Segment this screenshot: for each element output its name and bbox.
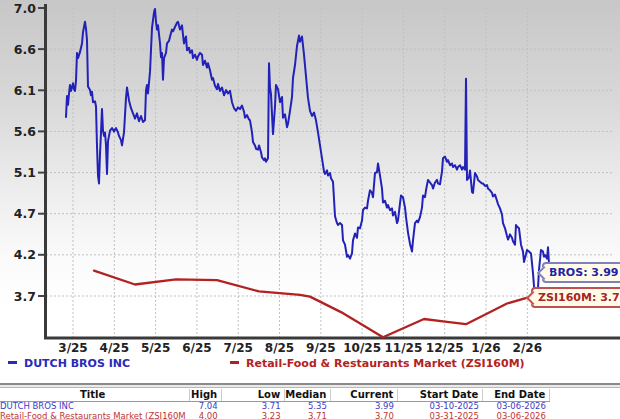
svg-text:5/25: 5/25	[141, 341, 170, 355]
row-title: DUTCH BROS INC	[0, 402, 190, 412]
svg-text:12/25: 12/25	[426, 341, 464, 355]
row-cell: 3.71	[285, 412, 331, 419]
row-cell: 7.04	[190, 402, 222, 412]
row-cell: 3.70	[331, 412, 398, 419]
col-header-high: High	[190, 389, 222, 402]
col-header-low: Low	[222, 389, 285, 402]
row-cell: 5.35	[285, 402, 331, 412]
row-title[interactable]: Retail-Food & Restaurants Market (ZSI160…	[0, 412, 190, 419]
header-row: TitleHighLowMedianCurrentStart DateEnd D…	[0, 389, 550, 402]
svg-text:5.6: 5.6	[14, 124, 36, 139]
col-header-title: Title	[0, 389, 190, 402]
callout-zsi160m: ZSI160M: 3.7	[531, 287, 620, 308]
col-header-median: Median	[285, 389, 331, 402]
row-cell: 03-06-2026	[483, 412, 550, 419]
row-cell: 3.71	[222, 402, 285, 412]
svg-text:6/25: 6/25	[182, 341, 211, 355]
table-divider	[0, 383, 620, 388]
summary-table-head: TitleHighLowMedianCurrentStart DateEnd D…	[0, 389, 550, 402]
row-cell: 03-06-2026	[483, 402, 550, 412]
svg-text:9/25: 9/25	[306, 341, 335, 355]
chart-legend: DUTCH BROS INC Retail-Food & Restaurants…	[0, 357, 620, 374]
svg-text:5.1: 5.1	[14, 165, 36, 180]
svg-text:4/25: 4/25	[100, 341, 129, 355]
price-chart: 7.06.66.15.65.14.74.23.73/254/255/256/25…	[0, 0, 620, 356]
col-header-end-date: End Date	[483, 389, 550, 402]
svg-text:6.1: 6.1	[14, 83, 36, 98]
svg-text:8/25: 8/25	[265, 341, 294, 355]
svg-text:6.6: 6.6	[14, 42, 36, 57]
svg-text:3/25: 3/25	[58, 341, 87, 355]
table-row: Retail-Food & Restaurants Market (ZSI160…	[0, 412, 550, 419]
legend-dash-blue-icon	[8, 361, 17, 364]
col-header-start-date: Start Date	[398, 389, 483, 402]
row-cell: 03-31-2025	[398, 412, 483, 419]
row-cell: 3.23	[222, 412, 285, 419]
callout-bros-label: BROS: 3.99	[549, 266, 619, 279]
stock-chart-screenshot: 7.06.66.15.65.14.74.23.73/254/255/256/25…	[0, 0, 620, 419]
legend-label-bros: DUTCH BROS INC	[24, 357, 130, 370]
svg-text:1/26: 1/26	[471, 341, 500, 355]
table-row: DUTCH BROS INC7.043.715.353.9903-10-2025…	[0, 402, 550, 412]
row-cell: 4.00	[190, 412, 222, 419]
row-cell: 03-10-2025	[398, 402, 483, 412]
svg-text:11/25: 11/25	[385, 341, 423, 355]
legend-item-zsi160m: Retail-Food & Restaurants Market (ZSI160…	[230, 357, 525, 370]
col-header-current: Current	[331, 389, 398, 402]
svg-text:3.7: 3.7	[14, 289, 36, 304]
bros-line	[66, 9, 551, 296]
callout-bros: BROS: 3.99	[542, 262, 620, 283]
row-cell: 3.99	[331, 402, 398, 412]
legend-label-zsi160m: Retail-Food & Restaurants Market (ZSI160…	[246, 357, 525, 370]
legend-dash-red-icon	[230, 361, 239, 364]
svg-text:4.2: 4.2	[14, 247, 36, 262]
callout-zsi160m-label: ZSI160M: 3.7	[538, 291, 620, 304]
svg-text:4.7: 4.7	[14, 206, 36, 221]
chart-canvas: 7.06.66.15.65.14.74.23.73/254/255/256/25…	[0, 0, 620, 356]
legend-item-bros: DUTCH BROS INC	[8, 357, 130, 370]
zsi160m-line	[94, 271, 553, 338]
svg-text:10/25: 10/25	[343, 341, 381, 355]
svg-text:7.0: 7.0	[14, 1, 36, 16]
svg-text:2/26: 2/26	[513, 341, 542, 355]
summary-table: TitleHighLowMedianCurrentStart DateEnd D…	[0, 389, 550, 419]
svg-text:7/25: 7/25	[223, 341, 252, 355]
summary-table-body: DUTCH BROS INC7.043.715.353.9903-10-2025…	[0, 402, 550, 419]
